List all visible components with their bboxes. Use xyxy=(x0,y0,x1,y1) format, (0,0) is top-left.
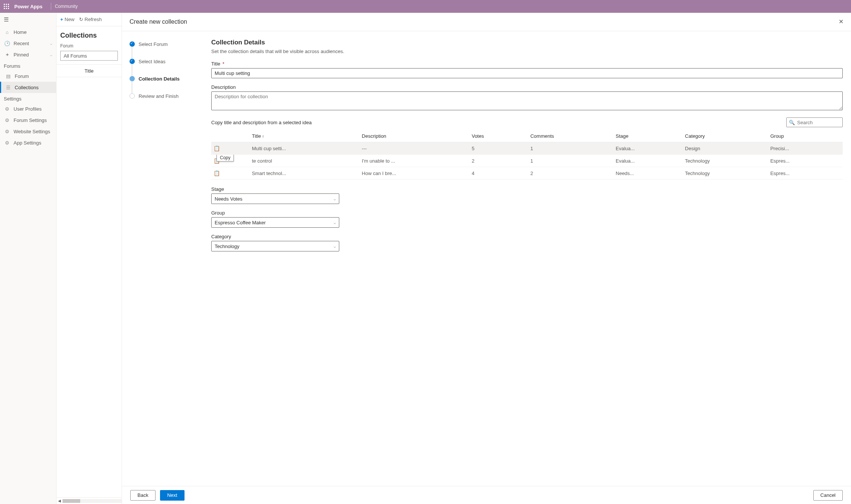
refresh-button-label: Refresh xyxy=(85,17,102,22)
step-label: Collection Details xyxy=(139,76,180,82)
clock-icon: 🕑 xyxy=(4,41,11,46)
nav-collections[interactable]: ☰ Collections xyxy=(0,82,56,93)
category-select[interactable]: Technology ⌵ xyxy=(211,241,339,251)
description-label: Description xyxy=(211,84,843,90)
idea-row[interactable]: 📋 Multi cup setti... --- 5 1 Evalua... D… xyxy=(211,142,843,155)
step-current-icon xyxy=(130,76,135,81)
nav-pinned-label: Pinned xyxy=(14,52,29,58)
hamburger-icon[interactable]: ☰ xyxy=(4,16,9,23)
cell-description: How can I bre... xyxy=(360,167,470,180)
ideas-table: Title Description Votes Comments Stage C… xyxy=(211,130,843,180)
nav-app-settings[interactable]: ⚙ App Settings xyxy=(0,137,56,148)
cancel-button[interactable]: Cancel xyxy=(813,490,843,501)
stage-value: Needs Votes xyxy=(215,196,242,202)
svg-rect-5 xyxy=(8,6,9,7)
nav-recent-label: Recent xyxy=(14,41,29,46)
cell-category: Design xyxy=(683,142,768,155)
collections-title-column[interactable]: Title xyxy=(56,64,122,77)
nav-user-profiles-label: User Profiles xyxy=(14,106,41,112)
cell-stage: Evalua... xyxy=(613,142,683,155)
pin-icon: ✦ xyxy=(4,52,11,58)
forum-filter-label: Forum xyxy=(56,43,122,49)
nav-user-profiles[interactable]: ⚙ User Profiles xyxy=(0,103,56,114)
copy-icon[interactable]: 📋 xyxy=(214,170,220,176)
nav-recent[interactable]: 🕑 Recent ⌵ xyxy=(0,38,56,49)
nav-forum-settings[interactable]: ⚙ Forum Settings xyxy=(0,114,56,126)
home-icon: ⌂ xyxy=(4,29,11,35)
app-context[interactable]: Community xyxy=(55,4,78,9)
title-input[interactable] xyxy=(211,68,843,78)
gear-icon: ⚙ xyxy=(4,129,11,134)
col-stage[interactable]: Stage xyxy=(613,130,683,142)
nav-pinned[interactable]: ✦ Pinned ⌵ xyxy=(0,49,56,60)
collections-toolbar: + New ↻ Refresh xyxy=(56,13,122,26)
svg-rect-0 xyxy=(4,4,5,5)
cell-votes: 5 xyxy=(470,142,528,155)
left-nav: ☰ ⌂ Home 🕑 Recent ⌵ ✦ Pinned ⌵ Forums ▤ … xyxy=(0,13,56,504)
copy-icon[interactable]: 📋 xyxy=(214,145,220,151)
col-group[interactable]: Group xyxy=(768,130,843,142)
gear-icon: ⚙ xyxy=(4,106,11,112)
description-textarea[interactable] xyxy=(211,91,843,110)
idea-search[interactable]: 🔍 xyxy=(786,117,843,127)
group-select[interactable]: Espresso Coffee Maker ⌵ xyxy=(211,217,339,228)
waffle-icon[interactable] xyxy=(0,4,13,9)
category-label: Category xyxy=(211,234,339,239)
col-title[interactable]: Title xyxy=(250,130,360,142)
copy-from-idea-label: Copy title and description from a select… xyxy=(211,120,312,125)
svg-rect-7 xyxy=(6,8,7,9)
col-description[interactable]: Description xyxy=(360,130,470,142)
copy-tooltip: Copy xyxy=(217,155,234,162)
collections-heading: Collections xyxy=(56,26,122,43)
step-select-forum[interactable]: Select Forum xyxy=(130,40,199,49)
cell-description: I'm unable to ... xyxy=(360,155,470,167)
nav-section-forums: Forums xyxy=(0,60,56,70)
cell-group: Espres... xyxy=(768,155,843,167)
col-comments[interactable]: Comments xyxy=(528,130,613,142)
panel-header: Create new collection ✕ xyxy=(122,13,851,31)
gear-icon: ⚙ xyxy=(4,140,11,146)
group-label: Group xyxy=(211,210,339,216)
create-collection-panel: Create new collection ✕ Select Forum Sel… xyxy=(122,13,851,504)
nav-collections-label: Collections xyxy=(15,85,39,90)
cell-group: Precisi... xyxy=(768,142,843,155)
cell-description: --- xyxy=(360,142,470,155)
cell-comments: 1 xyxy=(528,155,613,167)
col-category[interactable]: Category xyxy=(683,130,768,142)
nav-website-settings[interactable]: ⚙ Website Settings xyxy=(0,126,56,137)
cell-stage: Evalua... xyxy=(613,155,683,167)
step-select-ideas[interactable]: Select Ideas xyxy=(130,57,199,66)
cell-title: te control xyxy=(250,155,360,167)
horizontal-scroll[interactable]: ◀ xyxy=(56,497,122,504)
scroll-left-icon[interactable]: ◀ xyxy=(56,499,63,503)
cell-group: Espres... xyxy=(768,167,843,180)
forum-filter-input[interactable] xyxy=(60,51,118,61)
step-label: Select Forum xyxy=(139,41,168,47)
nav-forum[interactable]: ▤ Forum xyxy=(0,70,56,82)
refresh-icon: ↻ xyxy=(79,17,83,22)
idea-row[interactable]: 📋 Smart technol... How can I bre... 4 2 … xyxy=(211,167,843,180)
new-button[interactable]: + New xyxy=(60,17,75,22)
svg-rect-1 xyxy=(6,4,7,5)
svg-rect-3 xyxy=(4,6,5,7)
refresh-button[interactable]: ↻ Refresh xyxy=(79,17,102,22)
new-button-label: New xyxy=(65,17,75,22)
stage-select[interactable]: Needs Votes ⌵ xyxy=(211,193,339,204)
group-value: Espresso Coffee Maker xyxy=(215,220,266,225)
chevron-down-icon: ⌵ xyxy=(334,244,336,248)
close-icon[interactable]: ✕ xyxy=(839,18,843,25)
nav-app-settings-label: App Settings xyxy=(14,140,41,146)
col-votes[interactable]: Votes xyxy=(470,130,528,142)
step-collection-details[interactable]: Collection Details xyxy=(130,74,199,83)
next-button[interactable]: Next xyxy=(160,490,185,501)
wizard-stepper: Select Forum Select Ideas Collection Det… xyxy=(122,31,203,486)
back-button[interactable]: Back xyxy=(130,490,156,501)
step-review-finish[interactable]: Review and Finish xyxy=(130,91,199,100)
cell-title: Smart technol... xyxy=(250,167,360,180)
nav-home[interactable]: ⌂ Home xyxy=(0,26,56,38)
nav-forum-settings-label: Forum Settings xyxy=(14,117,47,123)
idea-row[interactable]: 📋 Copy te control I'm unable to ... 2 1 … xyxy=(211,155,843,167)
idea-search-input[interactable] xyxy=(797,120,840,125)
header-divider xyxy=(51,3,51,10)
svg-rect-6 xyxy=(4,8,5,9)
